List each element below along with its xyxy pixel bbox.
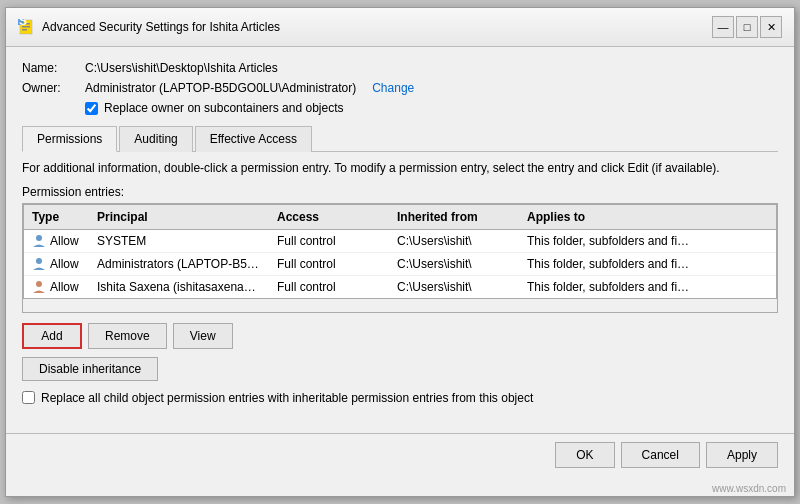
replace-owner-label: Replace owner on subcontainers and objec… [104,101,343,115]
user-icon [32,280,46,294]
tab-bar: Permissions Auditing Effective Access [22,125,778,152]
replace-owner-checkbox[interactable] [85,102,98,115]
footer: OK Cancel Apply [6,433,794,476]
title-controls: — □ ✕ [712,16,782,38]
tab-effective-access[interactable]: Effective Access [195,126,312,152]
owner-row: Owner: Administrator (LAPTOP-B5DGO0LU\Ad… [22,81,778,95]
watermark: www.wsxdn.com [712,483,786,494]
tab-permissions[interactable]: Permissions [22,126,117,152]
content-area: Name: C:\Users\ishit\Desktop\Ishita Arti… [6,47,794,433]
row2-type: Allow [24,255,89,273]
row1-access: Full control [269,232,389,250]
col-access: Access [269,208,389,226]
maximize-button[interactable]: □ [736,16,758,38]
row2-applies: This folder, subfolders and files [519,255,699,273]
inheritance-row: Disable inheritance [22,357,778,381]
name-row: Name: C:\Users\ishit\Desktop\Ishita Arti… [22,61,778,75]
row3-type: Allow [24,278,89,296]
col-principal: Principal [89,208,269,226]
row1-principal: SYSTEM [89,232,269,250]
table-row[interactable]: Allow Ishita Saxena (ishitasaxena2109...… [24,276,776,298]
replace-permissions-checkbox[interactable] [22,391,35,404]
tab-auditing[interactable]: Auditing [119,126,192,152]
info-text: For additional information, double-click… [22,160,778,177]
table-row[interactable]: Allow Administrators (LAPTOP-B5DGO... Fu… [24,253,776,276]
user-icon [32,234,46,248]
svg-point-7 [36,258,42,264]
apply-button[interactable]: Apply [706,442,778,468]
owner-label: Owner: [22,81,77,95]
replace-checkbox-row: Replace all child object permission entr… [22,391,778,405]
remove-button[interactable]: Remove [88,323,167,349]
row2-principal: Administrators (LAPTOP-B5DGO... [89,255,269,273]
row2-access: Full control [269,255,389,273]
row2-inherited: C:\Users\ishit\ [389,255,519,273]
svg-point-8 [36,281,42,287]
user-icon [32,257,46,271]
title-bar: S Advanced Security Settings for Ishita … [6,8,794,47]
cancel-button[interactable]: Cancel [621,442,700,468]
change-link[interactable]: Change [372,81,414,95]
permissions-table: Type Principal Access Inherited from App… [23,204,777,299]
row3-access: Full control [269,278,389,296]
window-title: Advanced Security Settings for Ishita Ar… [42,20,280,34]
row3-principal: Ishita Saxena (ishitasaxena2109... [89,278,269,296]
table-row[interactable]: Allow SYSTEM Full control C:\Users\ishit… [24,230,776,253]
row1-inherited: C:\Users\ishit\ [389,232,519,250]
col-applies: Applies to [519,208,699,226]
title-bar-left: S Advanced Security Settings for Ishita … [18,19,280,35]
disable-inheritance-button[interactable]: Disable inheritance [22,357,158,381]
owner-value: Administrator (LAPTOP-B5DGO0LU\Administr… [85,81,356,95]
section-label: Permission entries: [22,185,778,199]
col-inherited: Inherited from [389,208,519,226]
minimize-button[interactable]: — [712,16,734,38]
col-type: Type [24,208,89,226]
row1-applies: This folder, subfolders and files [519,232,699,250]
row1-type: Allow [24,232,89,250]
svg-rect-3 [22,29,27,31]
name-value: C:\Users\ishit\Desktop\Ishita Articles [85,61,278,75]
row3-applies: This folder, subfolders and files [519,278,699,296]
view-button[interactable]: View [173,323,233,349]
main-window: S Advanced Security Settings for Ishita … [5,7,795,497]
svg-point-6 [36,235,42,241]
name-label: Name: [22,61,77,75]
replace-owner-row: Replace owner on subcontainers and objec… [85,101,778,115]
close-button[interactable]: ✕ [760,16,782,38]
table-header: Type Principal Access Inherited from App… [24,205,776,230]
ok-button[interactable]: OK [555,442,614,468]
add-button[interactable]: Add [22,323,82,349]
action-buttons: Add Remove View [22,323,778,349]
window-icon: S [18,19,34,35]
row3-inherited: C:\Users\ishit\ [389,278,519,296]
permissions-table-container[interactable]: Type Principal Access Inherited from App… [22,203,778,313]
svg-text:S: S [19,19,27,28]
replace-permissions-label: Replace all child object permission entr… [41,391,533,405]
